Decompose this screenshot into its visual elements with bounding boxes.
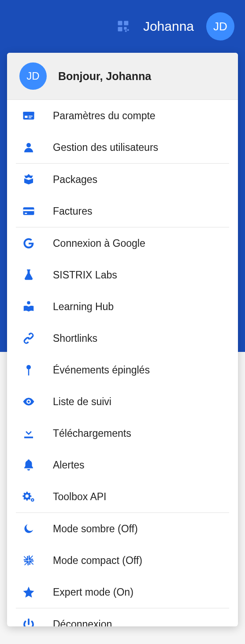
menu-item-label: Paramètres du compte [53, 110, 156, 122]
svg-rect-7 [23, 112, 34, 114]
menu-item-label: Téléchargements [53, 428, 131, 439]
menu-item-label: Factures [53, 205, 92, 217]
menu-item-label: Mode compact (Off) [53, 555, 142, 567]
menu-item-logout[interactable]: Déconnexion [7, 608, 238, 626]
avatar[interactable]: JD [206, 12, 234, 40]
apps-grid-icon[interactable] [116, 19, 131, 34]
svg-rect-10 [29, 117, 31, 118]
svg-point-20 [32, 499, 33, 501]
download-icon [21, 426, 36, 441]
eye-icon [21, 394, 36, 409]
svg-rect-4 [127, 29, 129, 31]
bell-icon [21, 457, 36, 472]
menu-item-label: Shortlinks [53, 333, 97, 344]
svg-rect-5 [125, 30, 127, 32]
link-icon [21, 331, 36, 346]
svg-rect-3 [124, 27, 126, 29]
svg-rect-0 [118, 21, 122, 26]
menu-item-label: Packages [53, 174, 97, 186]
id-card-icon [21, 108, 36, 123]
dropdown-menu: Paramètres du compte Gestion des utilisa… [7, 100, 238, 626]
menu-item-label: Alertes [53, 459, 85, 471]
menu-item-google-connect[interactable]: Connexion à Google [7, 227, 238, 259]
greeting-text: Bonjour, Johanna [58, 70, 151, 83]
svg-rect-17 [28, 369, 30, 376]
header-user-name[interactable]: Johanna [143, 19, 194, 34]
svg-point-15 [27, 301, 30, 305]
user-dropdown: JD Bonjour, Johanna Paramètres du compte… [7, 53, 238, 626]
menu-item-label: Événements épinglés [53, 364, 150, 376]
menu-item-account-settings[interactable]: Paramètres du compte [7, 100, 238, 132]
menu-item-user-management[interactable]: Gestion des utilisateurs [7, 132, 238, 163]
svg-point-11 [26, 143, 31, 147]
svg-rect-13 [23, 209, 34, 211]
power-icon [21, 617, 36, 626]
menu-item-dark-mode[interactable]: Mode sombre (Off) [7, 513, 238, 545]
menu-item-label: Gestion des utilisateurs [53, 142, 158, 154]
svg-point-16 [26, 365, 31, 370]
menu-item-label: Learning Hub [53, 301, 114, 313]
menu-item-compact-mode[interactable]: Mode compact (Off) [7, 545, 238, 576]
cogs-icon [21, 489, 36, 504]
svg-rect-1 [124, 21, 128, 26]
menu-item-watchlist[interactable]: Liste de suivi [7, 386, 238, 417]
menu-item-label: Expert mode (On) [53, 586, 134, 598]
menu-item-packages[interactable]: Packages [7, 164, 238, 195]
dropdown-header: JD Bonjour, Johanna [7, 53, 238, 100]
book-reader-icon [21, 299, 36, 314]
menu-item-label: Mode sombre (Off) [53, 523, 138, 535]
menu-item-toolbox-api[interactable]: Toolbox API [7, 481, 238, 512]
google-icon [21, 236, 36, 251]
app-header: Johanna JD [0, 0, 245, 53]
svg-rect-9 [29, 116, 33, 117]
flask-icon [21, 267, 36, 282]
avatar-small: JD [19, 62, 47, 90]
menu-item-pinned-events[interactable]: Événements épinglés [7, 354, 238, 386]
menu-item-invoices[interactable]: Factures [7, 195, 238, 227]
menu-item-learning-hub[interactable]: Learning Hub [7, 291, 238, 322]
menu-item-labs[interactable]: SISTRIX Labs [7, 259, 238, 291]
menu-item-label: Connexion à Google [53, 238, 145, 249]
menu-item-downloads[interactable]: Téléchargements [7, 417, 238, 449]
compress-icon [21, 553, 36, 568]
svg-rect-2 [118, 27, 122, 31]
svg-point-18 [28, 401, 30, 403]
pin-icon [21, 362, 36, 377]
credit-card-icon [21, 204, 36, 219]
menu-item-label: Déconnexion [53, 618, 112, 627]
box-open-icon [21, 172, 36, 187]
star-icon [21, 585, 36, 600]
svg-rect-14 [25, 213, 27, 214]
menu-item-label: SISTRIX Labs [53, 269, 117, 281]
menu-item-alerts[interactable]: Alertes [7, 449, 238, 481]
menu-item-shortlinks[interactable]: Shortlinks [7, 322, 238, 354]
svg-rect-8 [25, 116, 27, 118]
menu-item-label: Liste de suivi [53, 396, 111, 408]
menu-item-expert-mode[interactable]: Expert mode (On) [7, 576, 238, 608]
user-icon [21, 140, 36, 155]
moon-icon [21, 521, 36, 536]
menu-item-label: Toolbox API [53, 491, 106, 503]
